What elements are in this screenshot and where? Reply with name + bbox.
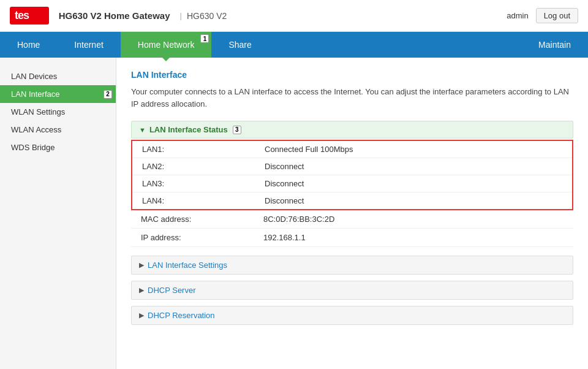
lan-ports-table: LAN1: Connected Full 100Mbps LAN2: Disco… (131, 140, 573, 210)
header-title: HG630 V2 Home Gateway (59, 10, 170, 21)
sidebar-badge-lan-interface: 2 (104, 90, 112, 99)
lan4-label: LAN4: (142, 196, 265, 205)
lan1-value: Connected Full 100Mbps (265, 145, 353, 154)
lan-interface-status-header[interactable]: ▼ LAN Interface Status 3 (131, 121, 573, 139)
nav-item-internet[interactable]: Internet (57, 32, 120, 58)
nav-label-home-network: Home Network (138, 40, 195, 50)
ip-address-value: 192.168.1.1 (263, 233, 306, 242)
lan2-value: Disconnect (265, 162, 304, 171)
dhcp-server-header[interactable]: ▶ DHCP Server (131, 281, 573, 300)
dhcp-server-label: DHCP Server (148, 286, 196, 295)
chevron-right-icon-dhcp-res: ▶ (139, 311, 144, 319)
ip-address-label: IP address: (141, 233, 263, 242)
header-admin-label: admin (507, 11, 528, 20)
nav-label-internet: Internet (74, 40, 103, 50)
header: tesdata HG630 V2 Home Gateway | HG630 V2… (0, 0, 588, 32)
chevron-right-icon: ▶ (139, 261, 144, 269)
lan3-value: Disconnect (265, 179, 304, 188)
mac-address-value: 8C:0D:76:BB:3C:2D (263, 215, 334, 224)
nav-label-maintain: Maintain (538, 40, 571, 50)
header-model: HG630 V2 (187, 11, 227, 21)
logout-button[interactable]: Log out (536, 8, 578, 23)
lan1-label: LAN1: (142, 145, 265, 154)
lan1-row: LAN1: Connected Full 100Mbps (132, 141, 572, 158)
sidebar-item-wlan-access[interactable]: WLAN Access (0, 121, 116, 139)
content-area: LAN Interface Your computer connects to … (116, 58, 588, 369)
nav-item-home-network[interactable]: Home Network 1 (121, 32, 212, 58)
lan4-row: LAN4: Disconnect (132, 192, 572, 209)
header-right: admin Log out (507, 8, 578, 23)
lan-interface-status-section: ▼ LAN Interface Status 3 LAN1: Connected… (131, 121, 573, 247)
lan-interface-settings-header[interactable]: ▶ LAN Interface Settings (131, 256, 573, 275)
ip-address-row: IP address: 192.168.1.1 (131, 229, 573, 247)
nav-badge-home-network: 1 (200, 34, 209, 43)
sidebar-label-wlan-access: WLAN Access (11, 125, 61, 134)
page-description: Your computer connects to a LAN interfac… (131, 86, 573, 110)
lan2-row: LAN2: Disconnect (132, 158, 572, 175)
sidebar-item-wlan-settings[interactable]: WLAN Settings (0, 103, 116, 121)
dhcp-reservation-header[interactable]: ▶ DHCP Reservation (131, 306, 573, 325)
lan4-value: Disconnect (265, 196, 304, 205)
logo-tes: tes (15, 9, 29, 21)
dhcp-reservation-section: ▶ DHCP Reservation (131, 306, 573, 325)
mac-address-label: MAC address: (141, 215, 263, 224)
nav-label-home: Home (17, 40, 40, 50)
sidebar-item-lan-interface[interactable]: LAN Interface 2 (0, 85, 116, 103)
sidebar-label-wds-bridge: WDS Bridge (11, 143, 55, 152)
lan-interface-settings-label: LAN Interface Settings (148, 261, 227, 270)
mac-address-row: MAC address: 8C:0D:76:BB:3C:2D (131, 210, 573, 229)
main-layout: LAN Devices LAN Interface 2 WLAN Setting… (0, 58, 588, 369)
dhcp-reservation-label: DHCP Reservation (148, 311, 215, 320)
sidebar: LAN Devices LAN Interface 2 WLAN Setting… (0, 58, 116, 369)
logo-data: data (30, 12, 44, 21)
lan3-label: LAN3: (142, 179, 265, 188)
lan-interface-status-badge: 3 (233, 126, 241, 134)
chevron-down-icon: ▼ (139, 126, 146, 134)
nav-label-share: Share (228, 40, 251, 50)
sidebar-item-wds-bridge[interactable]: WDS Bridge (0, 139, 116, 156)
sidebar-label-lan-devices: LAN Devices (11, 72, 57, 81)
lan2-label: LAN2: (142, 162, 265, 171)
nav-item-home[interactable]: Home (0, 32, 57, 58)
logo-icon: tesdata (10, 7, 49, 25)
sidebar-label-lan-interface: LAN Interface (11, 89, 60, 99)
lan-interface-status-label: LAN Interface Status (149, 125, 228, 134)
main-nav: Home Internet Home Network 1 Share Maint… (0, 32, 588, 58)
chevron-right-icon-dhcp: ▶ (139, 286, 144, 294)
page-title: LAN Interface (131, 70, 573, 80)
lan-interface-settings-section: ▶ LAN Interface Settings (131, 256, 573, 275)
logo: tesdata (10, 7, 49, 25)
lan3-row: LAN3: Disconnect (132, 175, 572, 192)
dhcp-server-section: ▶ DHCP Server (131, 281, 573, 300)
sidebar-label-wlan-settings: WLAN Settings (11, 107, 65, 116)
nav-item-maintain[interactable]: Maintain (521, 32, 588, 58)
header-divider: | (180, 11, 182, 20)
sidebar-item-lan-devices[interactable]: LAN Devices (0, 67, 116, 85)
nav-item-share[interactable]: Share (211, 32, 268, 58)
